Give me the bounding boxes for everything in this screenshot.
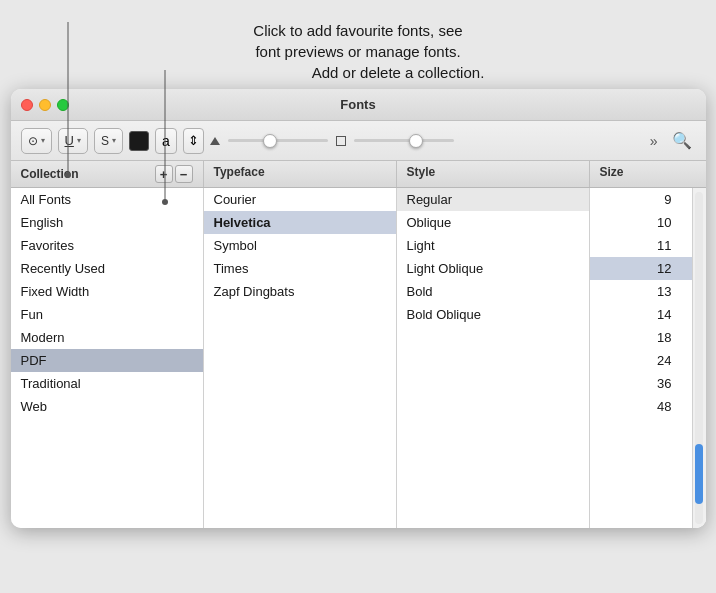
style-item[interactable]: Bold (397, 280, 589, 303)
typeface-item[interactable]: Times (204, 257, 396, 280)
window-title: Fonts (340, 97, 375, 112)
toolbar: ⊙ ▾ U ▾ S ▾ a ⇕ (11, 121, 706, 161)
traffic-lights (21, 99, 69, 111)
style-list: RegularObliqueLightLight ObliqueBoldBold… (397, 188, 590, 528)
collection-controls: + − (155, 165, 193, 183)
size-item[interactable]: 13 (590, 280, 692, 303)
size-list: 9101112131418243648 (590, 188, 692, 528)
size-item[interactable]: 36 (590, 372, 692, 395)
typeface-item[interactable]: Helvetica (204, 211, 396, 234)
content-area: All FontsEnglishFavoritesRecently UsedFi… (11, 188, 706, 528)
maximize-button[interactable] (57, 99, 69, 111)
size-item[interactable]: 12 (590, 257, 692, 280)
typeface-item[interactable]: Courier (204, 188, 396, 211)
collection-item[interactable]: PDF (11, 349, 203, 372)
toolbar-overflow-button[interactable]: » (646, 131, 662, 151)
tooltip-line1: Click to add favourite fonts, see (50, 20, 666, 41)
size-column-header: Size (590, 161, 670, 187)
size-item[interactable]: 24 (590, 349, 692, 372)
line-spacing-button[interactable]: ⇕ (183, 128, 204, 154)
titlebar: Fonts (11, 89, 706, 121)
size-area: 9101112131418243648 (590, 188, 706, 528)
underline-icon: U (65, 133, 74, 148)
size-item[interactable]: 48 (590, 395, 692, 418)
slider-thumb-2[interactable] (409, 134, 423, 148)
scrollbar-thumb[interactable] (695, 444, 703, 504)
style-item[interactable]: Regular (397, 188, 589, 211)
size-item[interactable]: 18 (590, 326, 692, 349)
text-color-button[interactable]: a (155, 128, 177, 154)
size-scrollbar (692, 188, 706, 528)
typeface-item[interactable]: Symbol (204, 234, 396, 257)
size-item[interactable]: 10 (590, 211, 692, 234)
style-item[interactable]: Bold Oblique (397, 303, 589, 326)
column-headers: Collection + − Typeface Style Size (11, 161, 706, 188)
collection-item[interactable]: All Fonts (11, 188, 203, 211)
typeface-item[interactable]: Zapf Dingbats (204, 280, 396, 303)
typeface-list: CourierHelveticaSymbolTimesZapf Dingbats (204, 188, 397, 528)
letter-a-icon: a (162, 133, 170, 149)
underline-button[interactable]: U ▾ (58, 128, 88, 154)
spacing-icon: ⇕ (188, 133, 199, 148)
size-item[interactable]: 14 (590, 303, 692, 326)
close-button[interactable] (21, 99, 33, 111)
collection-list: All FontsEnglishFavoritesRecently UsedFi… (11, 188, 204, 528)
typeface-column-header: Typeface (204, 161, 397, 187)
color-swatch[interactable] (129, 131, 149, 151)
slider-container (210, 132, 640, 150)
tooltip-area: Click to add favourite fonts, see font p… (10, 10, 706, 89)
chevron-down-icon: ▾ (41, 136, 45, 145)
triangle-icon (210, 137, 220, 145)
collection-item[interactable]: Traditional (11, 372, 203, 395)
collection-item[interactable]: Web (11, 395, 203, 418)
style-item[interactable]: Oblique (397, 211, 589, 234)
collection-item[interactable]: Modern (11, 326, 203, 349)
style-column-header: Style (397, 161, 590, 187)
collection-item[interactable]: Fun (11, 303, 203, 326)
search-button[interactable]: 🔍 (668, 129, 696, 152)
collection-item[interactable]: Fixed Width (11, 280, 203, 303)
remove-collection-button[interactable]: − (175, 165, 193, 183)
action-icon: ⊙ (28, 134, 38, 148)
fonts-window: Fonts ⊙ ▾ U ▾ S ▾ a (11, 89, 706, 528)
collection-column-header: Collection + − (11, 161, 204, 187)
add-collection-button[interactable]: + (155, 165, 173, 183)
slider-track-1 (228, 139, 328, 142)
minimize-button[interactable] (39, 99, 51, 111)
size-label: S (101, 134, 109, 148)
rect-icon (336, 136, 346, 146)
slider-thumb-1[interactable] (263, 134, 277, 148)
slider-track-2 (354, 139, 454, 142)
size-button[interactable]: S ▾ (94, 128, 123, 154)
size-item[interactable]: 11 (590, 234, 692, 257)
action-button[interactable]: ⊙ ▾ (21, 128, 52, 154)
style-item[interactable]: Light (397, 234, 589, 257)
size-item[interactable]: 9 (590, 188, 692, 211)
chevron-down-icon: ▾ (112, 136, 116, 145)
chevron-down-icon: ▾ (77, 136, 81, 145)
tooltip-line3: Add or delete a collection. (50, 62, 666, 83)
collection-item[interactable]: Favorites (11, 234, 203, 257)
collection-item[interactable]: Recently Used (11, 257, 203, 280)
collection-item[interactable]: English (11, 211, 203, 234)
scrollbar-track (695, 192, 703, 524)
tooltip-line2: font previews or manage fonts. (50, 41, 666, 62)
style-item[interactable]: Light Oblique (397, 257, 589, 280)
